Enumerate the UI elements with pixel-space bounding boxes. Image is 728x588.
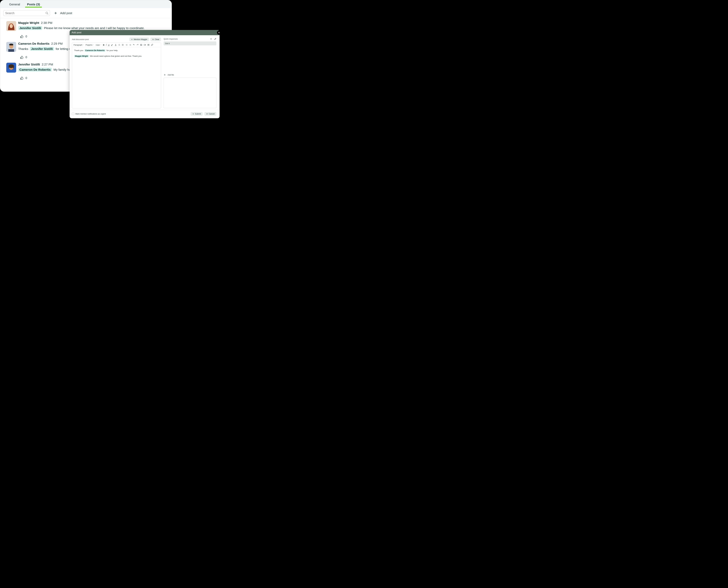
add-quick-response-icon[interactable] xyxy=(210,38,212,40)
close-icon xyxy=(218,31,220,34)
tabs: General Posts (3) xyxy=(0,0,171,8)
chevron-down-icon xyxy=(100,44,101,45)
add-post-modal: Add post Add discussion post Mention Mag… xyxy=(69,30,220,118)
search-icon xyxy=(45,12,48,15)
toolbar: Add post xyxy=(0,8,171,18)
image-icon[interactable] xyxy=(140,44,142,46)
text-color-icon[interactable] xyxy=(115,44,117,46)
tab-general[interactable]: General xyxy=(6,1,24,8)
clear-button[interactable]: Clear xyxy=(150,38,161,41)
tab-posts[interactable]: Posts (3) xyxy=(24,1,43,8)
mention[interactable]: Cameron De Robertis xyxy=(18,68,52,71)
add-post-label: Add post xyxy=(60,12,72,15)
close-button[interactable] xyxy=(217,30,221,35)
mention[interactable]: Jennifer Sistilli xyxy=(18,26,42,30)
edit-quick-response-icon[interactable] xyxy=(214,38,216,40)
file-dropzone[interactable] xyxy=(164,78,216,108)
mention[interactable]: Cameron De Robertis xyxy=(84,49,105,51)
urgent-checkbox[interactable]: Mark mention notifications as urgent xyxy=(72,113,106,115)
svg-point-24 xyxy=(122,45,122,45)
modal-footer: Mark mention notifications as urgent Sub… xyxy=(69,110,220,118)
bullet-list-icon[interactable] xyxy=(122,44,124,46)
post-time: 2:27 PM xyxy=(42,63,53,66)
editor-subtitle: Add discussion post xyxy=(72,38,89,40)
plus-icon xyxy=(193,113,194,115)
link-icon[interactable] xyxy=(151,44,153,46)
post-time: 2:29 PM xyxy=(51,42,63,45)
italic-button[interactable]: I xyxy=(106,44,106,46)
svg-point-5 xyxy=(9,24,13,28)
svg-point-36 xyxy=(141,44,141,45)
cancel-button[interactable]: Cancel xyxy=(204,112,216,115)
chevron-down-icon xyxy=(83,44,84,45)
plus-icon xyxy=(131,39,133,40)
avatar[interactable] xyxy=(6,63,16,72)
size-select[interactable]: 11px xyxy=(96,44,101,46)
mention-button[interactable]: Mention Maggie xyxy=(129,38,149,41)
post-text: Thanks xyxy=(18,47,28,50)
add-post-button[interactable]: Add post xyxy=(54,12,72,15)
clear-button-label: Clear xyxy=(155,38,159,40)
style-select[interactable]: Paragraph xyxy=(74,44,84,46)
x-icon xyxy=(152,39,154,40)
highlight-icon[interactable] xyxy=(111,44,113,46)
editor-text: for your help. xyxy=(106,49,118,51)
like-count: 0 xyxy=(25,76,27,80)
x-icon xyxy=(206,113,208,115)
undo-icon[interactable] xyxy=(133,44,135,46)
plus-icon xyxy=(164,74,166,76)
add-file-label: Add file xyxy=(167,74,174,76)
modal-title: Add post xyxy=(72,31,81,34)
quick-response-item[interactable]: Got it xyxy=(164,41,216,45)
like-count: 0 xyxy=(25,56,27,59)
urgent-label: Mark mention notifications as urgent xyxy=(76,113,106,115)
svg-rect-35 xyxy=(140,44,142,45)
post-time: 2:38 PM xyxy=(41,21,52,25)
svg-rect-37 xyxy=(144,44,145,45)
add-file-button[interactable]: Add file xyxy=(164,74,216,76)
editor-text: We would need options that gluten and nu… xyxy=(90,55,142,57)
post-text: My family has xyxy=(54,68,72,71)
avatar[interactable] xyxy=(6,21,16,31)
post-author: Maggie Wright xyxy=(18,21,39,25)
mention-button-label: Mention Maggie xyxy=(134,38,147,40)
editor: Paragraph Poppins 11px B I U xyxy=(72,43,161,108)
thumbs-up-icon xyxy=(20,56,23,59)
align-left-icon[interactable] xyxy=(118,44,120,46)
bold-button[interactable]: B xyxy=(103,44,104,46)
svg-line-1 xyxy=(47,14,48,15)
svg-rect-8 xyxy=(8,49,14,52)
like-count: 0 xyxy=(25,35,27,38)
modal-header: Add post xyxy=(69,30,220,35)
video-icon[interactable] xyxy=(144,44,146,46)
post: Maggie Wright 2:38 PM Jennifer Sistilli … xyxy=(1,19,170,31)
chevron-down-icon xyxy=(93,44,94,45)
plus-icon xyxy=(54,12,57,15)
font-select[interactable]: Poppins xyxy=(86,44,94,46)
post-text: Please let me know what your needs are a… xyxy=(44,26,145,30)
editor-textarea[interactable]: Thank you Cameron De Robertis for your h… xyxy=(72,47,161,108)
editor-text: Thank you xyxy=(74,49,83,51)
post-content: Jennifer Sistilli Please let me know wha… xyxy=(18,26,168,30)
submit-label: Submit xyxy=(195,113,201,115)
indent-icon[interactable] xyxy=(129,44,131,46)
thumbs-up-icon xyxy=(20,35,23,38)
table-icon[interactable] xyxy=(147,44,149,46)
checkbox-icon xyxy=(72,113,74,115)
format-toolbar: Paragraph Poppins 11px B I U xyxy=(72,43,161,47)
search-input[interactable] xyxy=(3,10,50,16)
mention[interactable]: Maggie Wright xyxy=(74,55,89,57)
submit-button[interactable]: Submit xyxy=(190,112,203,115)
quick-responses-label: Quick responses xyxy=(164,38,178,40)
outdent-icon[interactable] xyxy=(125,44,128,46)
cancel-label: Cancel xyxy=(209,113,215,115)
thumbs-up-icon xyxy=(20,77,23,80)
avatar[interactable] xyxy=(6,42,16,52)
redo-icon[interactable] xyxy=(137,44,139,46)
mention[interactable]: Jennifer Sistilli xyxy=(30,47,54,51)
post-author: Cameron De Robertis xyxy=(18,42,49,45)
search-wrap xyxy=(3,10,50,16)
underline-button[interactable]: U xyxy=(108,44,109,46)
post-author: Jennifer Sistilli xyxy=(18,63,40,66)
